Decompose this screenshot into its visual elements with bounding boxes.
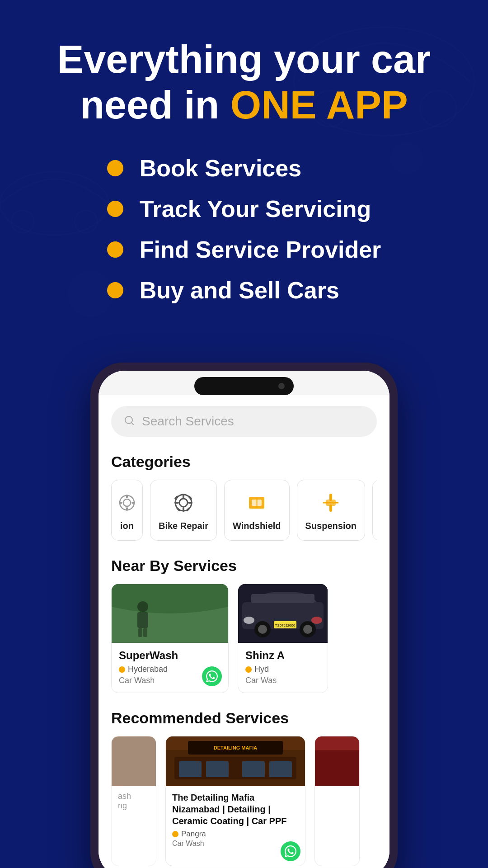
hero-title: Everything your car need in ONE APP — [27, 36, 461, 127]
service-card-image-superwash — [112, 584, 228, 643]
svg-rect-66 — [269, 761, 292, 777]
app-content: Search Services Categories — [99, 395, 389, 868]
rec-card-body-partial: ashng — [112, 786, 156, 829]
rec-card-name-detailing: The Detailing Mafia Nizamabad | Detailin… — [172, 792, 299, 827]
bullet-icon — [107, 241, 123, 258]
svg-text:TS07JJ2000: TS07JJ2000 — [275, 623, 296, 627]
bullet-icon — [107, 201, 123, 217]
svg-rect-63 — [179, 761, 202, 777]
service-card-name-superwash: SuperWash — [119, 649, 221, 662]
category-suspension[interactable]: Suspension — [297, 480, 365, 541]
rec-card-location-detailing: Pangra — [172, 830, 299, 839]
svg-rect-48 — [251, 594, 314, 603]
svg-point-52 — [258, 625, 267, 634]
category-bike-repair[interactable]: Bike Repair — [150, 480, 217, 541]
service-card-shinz[interactable]: TS07JJ2000 Shinz A Hyd Car Was — [238, 584, 328, 693]
svg-rect-13 — [126, 495, 128, 498]
svg-rect-44 — [138, 628, 142, 637]
categories-title: Categories — [111, 453, 377, 471]
nearby-title: Near By Services — [111, 557, 377, 575]
service-card-name-shinz: Shinz A — [245, 649, 320, 662]
phone-screen: Search Services Categories — [99, 371, 389, 868]
location-icon — [245, 666, 252, 673]
category-icon-partial — [113, 489, 141, 516]
svg-point-18 — [179, 499, 188, 507]
service-card-superwash[interactable]: SuperWash Hyderabad Car Wash — [111, 584, 229, 693]
rec-card-img-detailing: DETAILING MAFIA — [166, 736, 305, 786]
category-label-bike-repair: Bike Repair — [159, 521, 208, 531]
gear-icon — [170, 489, 197, 516]
recommended-row: ashng D — [111, 736, 377, 866]
bullet-icon — [107, 282, 123, 298]
svg-rect-20 — [183, 507, 184, 512]
svg-rect-16 — [131, 502, 135, 504]
rec-card-img-partial — [112, 736, 156, 786]
svg-rect-29 — [256, 497, 258, 509]
svg-rect-21 — [174, 502, 179, 504]
svg-rect-22 — [188, 502, 192, 504]
svg-rect-68 — [315, 750, 359, 786]
rec-card-type-detailing: Car Wash — [172, 840, 299, 848]
svg-rect-14 — [126, 507, 128, 511]
phone-notch — [194, 377, 294, 395]
phone-container: Search Services Categories — [0, 363, 488, 868]
svg-rect-57 — [112, 737, 156, 786]
location-icon — [119, 666, 125, 673]
svg-rect-45 — [143, 628, 147, 637]
svg-rect-64 — [206, 761, 229, 777]
svg-point-54 — [303, 625, 312, 634]
categories-row: ion — [111, 480, 377, 541]
svg-point-12 — [123, 499, 131, 506]
category-partial[interactable]: ion — [111, 480, 143, 541]
search-placeholder: Search Services — [142, 414, 234, 429]
svg-rect-19 — [183, 494, 184, 498]
svg-rect-24 — [186, 507, 190, 512]
svg-point-50 — [311, 617, 322, 624]
rec-card-partial-right[interactable] — [314, 736, 360, 866]
features-list: Book Services Track Your Servicing Find … — [107, 155, 381, 317]
svg-text:DETAILING MAFIA: DETAILING MAFIA — [214, 745, 257, 750]
service-card-location-shinz: Hyd — [245, 665, 320, 674]
feature-item-2: Track Your Servicing — [107, 195, 381, 222]
rec-card-img-right — [315, 736, 359, 786]
svg-point-49 — [244, 617, 254, 624]
svg-point-42 — [137, 601, 148, 612]
category-windshield[interactable]: Windshield — [224, 480, 289, 541]
camera-dot — [278, 383, 285, 389]
location-icon — [172, 831, 178, 837]
category-label-partial: ion — [120, 521, 134, 531]
suspension-icon — [317, 489, 344, 516]
windshield-icon — [243, 489, 270, 516]
svg-rect-43 — [137, 612, 148, 628]
recommended-title: Recommended Services — [111, 709, 377, 727]
hero-section: Everything your car need in ONE APP Book… — [0, 0, 488, 335]
rec-card-partial[interactable]: ashng — [111, 736, 156, 866]
nearby-row: SuperWash Hyderabad Car Wash — [111, 584, 377, 693]
rec-card-detailing[interactable]: DETAILING MAFIA The Detailing Mafia Niza… — [165, 736, 305, 866]
svg-rect-15 — [119, 502, 122, 504]
feature-item-1: Book Services — [107, 155, 381, 182]
phone-notch-bar — [99, 371, 389, 395]
search-icon — [124, 415, 135, 428]
service-card-body-shinz: Shinz A Hyd Car Was — [238, 643, 328, 693]
bullet-icon — [107, 160, 123, 176]
category-label-suspension: Suspension — [305, 521, 357, 531]
svg-rect-65 — [242, 761, 265, 777]
feature-item-4: Buy and Sell Cars — [107, 277, 381, 304]
category-tyres[interactable]: Tyres — [372, 480, 377, 541]
category-label-windshield: Windshield — [233, 521, 281, 531]
search-bar[interactable]: Search Services — [111, 406, 377, 437]
service-card-type-shinz: Car Was — [245, 676, 320, 685]
feature-item-3: Find Service Provider — [107, 236, 381, 263]
phone-mockup: Search Services Categories — [90, 363, 398, 868]
service-card-image-shinz: TS07JJ2000 — [238, 584, 328, 643]
